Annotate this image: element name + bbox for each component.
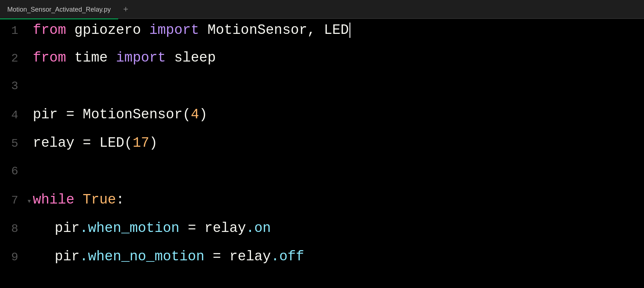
text-cursor (349, 23, 350, 38)
line-number: 9 (0, 250, 26, 264)
line-number: 4 (0, 109, 26, 122)
code-tokens: while True: (33, 193, 124, 207)
token-white: pir (55, 220, 79, 236)
line-number: 8 (0, 222, 26, 236)
code-line: 5relay = LED(17) (0, 136, 644, 165)
line-number: 7 (0, 194, 26, 207)
code-tokens: from time import sleep (33, 51, 216, 65)
token-white: ) (149, 135, 158, 151)
code-tokens: pir.when_motion = relay.on (33, 221, 271, 235)
code-tokens: pir.when_no_motion = relay.off (33, 250, 304, 264)
token-kw-pink: from (33, 22, 66, 38)
line-number: 6 (0, 165, 26, 178)
token-white: = relay (204, 249, 271, 264)
code-tokens: relay = LED(17) (33, 136, 158, 150)
line-number: 1 (0, 24, 26, 38)
code-line: 1from gpiozero import MotionSensor, LED (0, 23, 644, 51)
token-attr-cyan: .on (246, 220, 271, 236)
token-white: MotionSensor, LED (199, 22, 349, 38)
token-white: ) (199, 107, 207, 122)
code-line: 7▾while True: (0, 193, 644, 221)
token-orange: 17 (133, 135, 150, 151)
code-line: 9pir.when_no_motion = relay.off (0, 250, 644, 278)
token-kw-pink: from (33, 50, 66, 66)
code-line: 3 (0, 79, 644, 108)
code-tokens: pir = MotionSensor(4) (33, 108, 207, 122)
tab-filename: Motion_Sensor_Activated_Relay.py (7, 6, 111, 13)
token-kw-purple: import (116, 50, 166, 66)
token-orange: 4 (191, 107, 199, 122)
token-white (74, 192, 83, 208)
token-kw-purple: import (149, 22, 199, 38)
code-tokens: from gpiozero import MotionSensor, LED (33, 23, 350, 38)
token-orange: True (83, 192, 116, 208)
line-number: 5 (0, 137, 26, 150)
token-white: = relay (179, 220, 246, 236)
code-line: 6 (0, 165, 644, 193)
token-white: pir = MotionSensor( (33, 107, 191, 122)
token-attr-cyan: .off (271, 249, 304, 264)
tab-add-button[interactable]: + (118, 0, 133, 19)
code-line: 2from time import sleep (0, 51, 644, 79)
code-line: 4pir = MotionSensor(4) (0, 108, 644, 136)
token-white: relay = LED( (33, 135, 133, 151)
line-number: 3 (0, 79, 26, 93)
token-attr-cyan: .when_no_motion (79, 249, 204, 264)
token-white: time (66, 50, 116, 66)
code-editor[interactable]: 1from gpiozero import MotionSensor, LED2… (0, 19, 644, 288)
line-number: 2 (0, 52, 26, 65)
token-kw-pink: while (33, 192, 74, 208)
token-white: gpiozero (66, 22, 149, 38)
tab-bar: Motion_Sensor_Activated_Relay.py + (0, 0, 644, 19)
tab-file[interactable]: Motion_Sensor_Activated_Relay.py (0, 0, 118, 19)
fold-gutter[interactable]: ▾ (26, 196, 33, 206)
token-attr-cyan: .when_motion (79, 220, 179, 236)
code-line: 8pir.when_motion = relay.on (0, 221, 644, 250)
token-white: : (116, 192, 124, 208)
token-white: pir (55, 249, 79, 264)
token-white: sleep (166, 50, 216, 66)
